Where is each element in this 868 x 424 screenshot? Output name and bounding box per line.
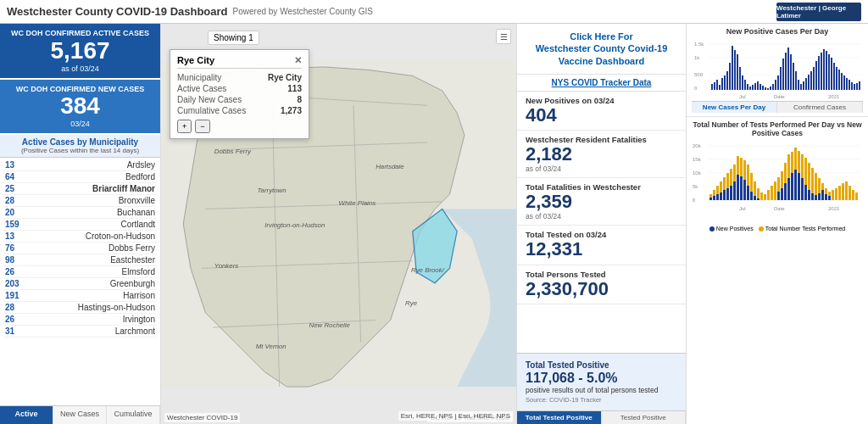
svg-text:1k: 1k xyxy=(694,55,700,60)
svg-rect-137 xyxy=(838,186,841,200)
list-item[interactable]: 31Larchmont xyxy=(3,326,157,338)
stat-right-sub: as of 03/24 xyxy=(526,212,677,220)
municipality-header: Active Cases by Municipality (Positive C… xyxy=(0,135,160,158)
muni-name: Bedford xyxy=(125,172,155,181)
list-item[interactable]: 26Irvington xyxy=(3,314,157,326)
tab-new-cases[interactable]: New Cases xyxy=(53,406,107,424)
map-popup-close[interactable]: ✕ xyxy=(294,55,302,66)
map-popup-row: MunicipalityRye City xyxy=(177,72,302,83)
tab-active[interactable]: Active xyxy=(0,406,53,424)
ttp-title: Total Tested Positive xyxy=(526,360,677,370)
svg-rect-72 xyxy=(826,51,827,90)
svg-text:Rye: Rye xyxy=(405,299,418,307)
svg-rect-64 xyxy=(805,78,807,90)
muni-count: 13 xyxy=(5,232,29,241)
svg-text:0: 0 xyxy=(693,198,696,203)
map-popup-rows: MunicipalityRye CityActive Cases113Daily… xyxy=(177,72,302,116)
svg-rect-55 xyxy=(782,59,784,90)
svg-text:White Plains: White Plains xyxy=(339,199,376,207)
map-popup-row: Cumulative Cases1,273 xyxy=(177,105,302,116)
list-item[interactable]: 26Elmsford xyxy=(3,266,157,278)
chart1-tab-new[interactable]: New Cases Per Day xyxy=(692,102,777,113)
svg-rect-169 xyxy=(815,195,817,200)
svg-rect-69 xyxy=(818,56,820,90)
ttp-tab-total[interactable]: Total Tested Positive xyxy=(517,411,602,424)
vaccine-banner: Click Here For Westchester County Covid-… xyxy=(517,24,686,75)
svg-text:1.5k: 1.5k xyxy=(694,42,704,47)
svg-rect-155 xyxy=(750,192,753,200)
ttp-tab-tested[interactable]: Tested Positive xyxy=(602,411,687,424)
nys-tracker-link[interactable]: NYS COVID Tracker Data xyxy=(517,75,686,92)
svg-rect-145 xyxy=(716,194,719,200)
svg-rect-136 xyxy=(835,188,837,200)
svg-text:Irvington-on-Hudson: Irvington-on-Hudson xyxy=(264,221,325,229)
chart1-container: 1.5k 1k 500 0 xyxy=(692,37,863,101)
stat-right-row: Total Tested on 03/24 12,331 xyxy=(517,226,686,265)
svg-rect-115 xyxy=(764,194,766,200)
list-item[interactable]: 159Cortlandt xyxy=(3,219,157,231)
svg-rect-40 xyxy=(744,80,746,90)
chart1-tab-confirmed[interactable]: Confirmed Cases xyxy=(777,102,863,113)
muni-count: 28 xyxy=(5,196,29,205)
legend-tests-performed: Total Number Tests Performed xyxy=(759,226,845,232)
map-zoom-in[interactable]: + xyxy=(177,120,192,133)
map-bottom-labels: Westchester COVID-19 Esri, HERE, NPS | E… xyxy=(161,413,516,422)
muni-count: 26 xyxy=(5,267,29,276)
svg-rect-54 xyxy=(780,67,782,90)
list-item[interactable]: 98Eastchester xyxy=(3,254,157,266)
svg-rect-81 xyxy=(849,80,850,90)
list-item[interactable]: 13Croton-on-Hudson xyxy=(3,231,157,243)
map-zoom-out[interactable]: − xyxy=(195,120,209,133)
list-item[interactable]: 203Greenburgh xyxy=(3,278,157,290)
legend-new-positives: New Positives xyxy=(709,226,754,232)
list-item[interactable]: 28Hastings-on-Hudson xyxy=(3,302,157,314)
svg-rect-36 xyxy=(734,50,736,90)
map-popup-row: Daily New Cases8 xyxy=(177,94,302,105)
map-attribution: Esri, HERE, NPS | Esri, HERE, NPS xyxy=(398,411,513,421)
stat-right-value: 2,359 xyxy=(526,192,677,212)
total-tested-positive: Total Tested Positive 117,068 - 5.0% pos… xyxy=(517,353,686,410)
svg-text:New Rochelle: New Rochelle xyxy=(309,321,351,329)
svg-rect-51 xyxy=(772,84,774,90)
svg-rect-79 xyxy=(843,75,845,90)
list-item[interactable]: 13Ardsley xyxy=(3,159,157,171)
map-scroll-icon[interactable]: ☰ xyxy=(496,29,511,44)
muni-count: 26 xyxy=(5,315,29,324)
svg-rect-159 xyxy=(781,188,783,200)
svg-rect-31 xyxy=(721,78,723,90)
svg-rect-141 xyxy=(852,190,854,200)
svg-rect-116 xyxy=(767,190,770,200)
muni-name: Harrison xyxy=(123,291,155,300)
legend-dot-yellow xyxy=(759,226,764,232)
svg-rect-43 xyxy=(752,85,754,90)
active-cases-box: WC DOH Confirmed Active Cases 5,167 as o… xyxy=(0,24,160,80)
svg-rect-153 xyxy=(743,180,746,200)
muni-count: 31 xyxy=(5,326,29,336)
svg-rect-160 xyxy=(784,183,787,200)
list-item[interactable]: 191Harrison xyxy=(3,290,157,302)
tab-cumulative[interactable]: Cumulative xyxy=(107,406,160,424)
list-item[interactable]: 28Bronxville xyxy=(3,195,157,207)
svg-rect-39 xyxy=(742,75,743,90)
svg-rect-41 xyxy=(747,84,748,90)
muni-name: Greenburgh xyxy=(110,279,155,288)
svg-rect-167 xyxy=(808,190,810,200)
list-item[interactable]: 76Dobbs Ferry xyxy=(3,243,157,254)
svg-rect-45 xyxy=(757,81,759,90)
svg-rect-85 xyxy=(859,81,860,90)
svg-text:10k: 10k xyxy=(693,170,702,176)
svg-text:Yonkers: Yonkers xyxy=(214,262,238,270)
vaccine-link[interactable]: Click Here For Westchester County Covid-… xyxy=(536,31,668,66)
ttp-value: 117,068 - 5.0% xyxy=(526,370,677,386)
map-area[interactable]: White Plains Mt Vernon Yonkers New Roche… xyxy=(161,24,516,424)
list-item[interactable]: 25Briarcliff Manor xyxy=(3,183,157,195)
popup-key: Cumulative Cases xyxy=(177,106,246,115)
svg-rect-151 xyxy=(737,175,739,200)
svg-rect-47 xyxy=(762,86,764,90)
list-item[interactable]: 20Buchanan xyxy=(3,207,157,219)
svg-rect-158 xyxy=(777,192,780,200)
svg-rect-57 xyxy=(787,47,789,90)
list-item[interactable]: 64Bedford xyxy=(3,171,157,183)
svg-rect-29 xyxy=(716,80,718,90)
stat-right-row: Total Fatalities in Westchester 2,359 as… xyxy=(517,178,686,226)
